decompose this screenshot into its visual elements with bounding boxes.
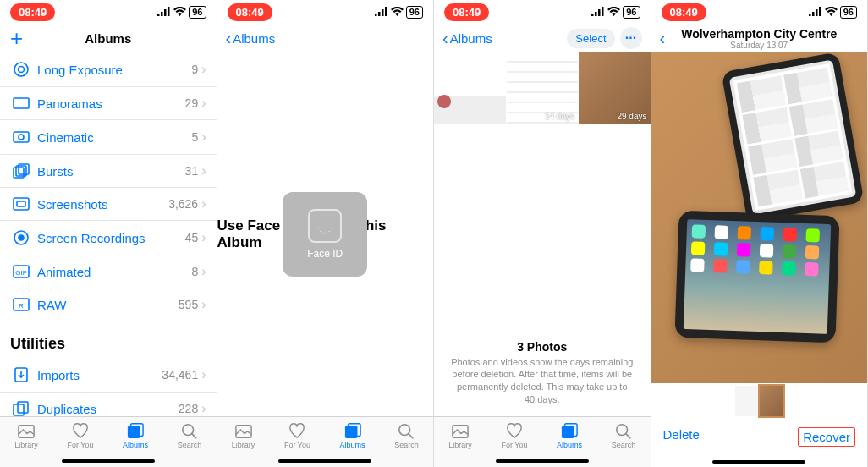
chevron-right-icon: ›: [201, 129, 206, 145]
row-count: 228: [179, 402, 198, 415]
nav-bar: ‹ Wolverhampton City Centre Saturday 13:…: [651, 24, 868, 52]
tab-label: Albums: [557, 441, 582, 449]
album-row-long-exposure[interactable]: Long Exposure 9 ›: [0, 52, 217, 87]
photo-actions: Delete Recover: [651, 419, 868, 455]
photo-thumbnail[interactable]: 29 days: [579, 52, 651, 124]
tab-label: Search: [612, 441, 636, 449]
select-button[interactable]: Select: [567, 29, 614, 48]
svg-rect-13: [17, 201, 25, 206]
tab-search[interactable]: Search: [178, 422, 202, 449]
tab-label: For You: [284, 441, 310, 449]
svg-rect-32: [378, 12, 381, 16]
tab-search[interactable]: Search: [612, 422, 636, 449]
cinematic-icon: [10, 129, 32, 146]
home-indicator[interactable]: [62, 459, 155, 463]
album-row-screenshots[interactable]: Screenshots 3,626 ›: [0, 188, 217, 221]
row-label: Bursts: [32, 164, 185, 179]
tab-albums[interactable]: Albums: [557, 422, 582, 449]
nav-bar: ‹ Albums Select ···: [434, 24, 651, 52]
album-row-cinematic[interactable]: Cinematic 5 ›: [0, 120, 217, 155]
tab-for-you[interactable]: For You: [67, 422, 93, 449]
status-bar: 08:49 96: [434, 0, 651, 24]
tab-library[interactable]: Library: [14, 422, 38, 449]
svg-rect-22: [18, 402, 28, 413]
tab-label: For You: [501, 441, 527, 449]
svg-point-15: [19, 235, 24, 240]
tab-albums[interactable]: Albums: [340, 422, 365, 449]
svg-rect-6: [14, 98, 29, 108]
svg-rect-12: [14, 198, 29, 210]
more-button[interactable]: ···: [620, 27, 642, 49]
svg-rect-2: [164, 9, 167, 16]
photo-viewer[interactable]: [651, 52, 868, 383]
svg-rect-40: [591, 14, 594, 16]
tab-search[interactable]: Search: [394, 422, 419, 449]
svg-text:GIF: GIF: [15, 269, 26, 277]
svg-rect-42: [598, 9, 601, 16]
battery-indicator: 96: [406, 6, 423, 19]
imports-icon: [10, 366, 32, 383]
wifi-icon: [825, 5, 838, 19]
tab-library[interactable]: Library: [232, 422, 255, 449]
photo-content: [674, 211, 839, 343]
status-right: 96: [591, 5, 640, 19]
nav-bar: + Albums: [0, 24, 217, 52]
home-indicator[interactable]: [712, 460, 805, 464]
tab-bar: Library For You Albums Search: [434, 416, 651, 467]
home-indicator[interactable]: [496, 459, 589, 463]
tab-for-you[interactable]: For You: [501, 422, 527, 449]
tab-library[interactable]: Library: [448, 422, 472, 449]
screenshots-icon: [10, 197, 32, 211]
back-button[interactable]: ‹ Albums: [442, 31, 492, 46]
photo-thumbnail[interactable]: 14 days: [507, 52, 579, 124]
tab-albums[interactable]: Albums: [123, 422, 148, 449]
bursts-icon: [10, 163, 32, 179]
photo-datetime-subtitle: Saturday 13:07: [681, 41, 837, 50]
battery-indicator: 96: [840, 6, 857, 19]
svg-rect-43: [602, 7, 604, 16]
back-button[interactable]: ‹ Albums: [226, 31, 276, 46]
album-row-raw[interactable]: R RAW 595 ›: [0, 288, 217, 321]
wifi-icon: [173, 5, 186, 19]
delete-button[interactable]: Delete: [663, 427, 700, 447]
album-row-imports[interactable]: Imports 34,461 ›: [0, 358, 217, 393]
add-button[interactable]: +: [10, 25, 23, 52]
row-count: 3,626: [168, 197, 198, 211]
row-count: 5: [191, 130, 198, 144]
albums-list[interactable]: Long Exposure 9 › Panoramas 29 › Cinemat…: [0, 52, 217, 416]
row-count: 9: [191, 63, 198, 76]
chevron-right-icon: ›: [201, 196, 206, 212]
svg-rect-31: [375, 14, 377, 16]
svg-rect-3: [168, 7, 170, 16]
home-indicator[interactable]: [278, 459, 371, 463]
row-count: 34,461: [162, 368, 198, 382]
photo-thumbnail[interactable]: [434, 52, 506, 124]
svg-line-30: [192, 434, 196, 438]
album-row-screen-recordings[interactable]: Screen Recordings 45 ›: [0, 221, 217, 255]
recover-button[interactable]: Recover: [798, 427, 855, 447]
album-row-duplicates[interactable]: Duplicates 228 ›: [0, 393, 217, 416]
chevron-right-icon: ›: [201, 401, 206, 416]
filmstrip-thumb-selected[interactable]: [760, 386, 783, 416]
album-row-animated[interactable]: GIF Animated 8 ›: [0, 255, 217, 288]
row-label: RAW: [32, 298, 179, 312]
tab-for-you[interactable]: For You: [284, 422, 310, 449]
raw-icon: R: [10, 298, 32, 311]
animated-icon: GIF: [10, 265, 32, 278]
tab-label: Albums: [123, 441, 148, 449]
status-bar: 08:49 96: [651, 0, 868, 24]
svg-point-47: [617, 425, 628, 436]
filmstrip[interactable]: [651, 383, 868, 419]
nav-title: Albums: [85, 31, 131, 46]
screen-albums-list: 08:49 96 + Albums Long Exposure 9 › Pano…: [0, 0, 217, 467]
filmstrip-thumb[interactable]: [735, 386, 759, 416]
album-row-bursts[interactable]: Bursts 31 ›: [0, 155, 217, 188]
back-label: Albums: [233, 31, 275, 46]
svg-point-38: [399, 425, 410, 436]
ellipsis-icon: ···: [625, 30, 636, 46]
svg-point-4: [14, 63, 28, 76]
album-row-panoramas[interactable]: Panoramas 29 ›: [0, 87, 217, 120]
row-label: Panoramas: [32, 96, 185, 111]
svg-point-8: [19, 135, 24, 140]
svg-rect-50: [812, 12, 815, 16]
